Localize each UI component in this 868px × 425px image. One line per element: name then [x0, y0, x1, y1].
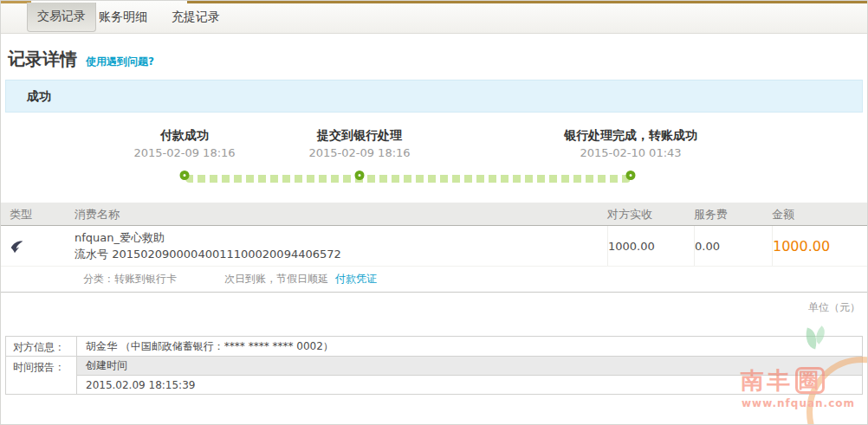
- step-title: 银行处理完成，转账成功: [564, 128, 697, 144]
- tab-bar: 交易记录 账务明细 充提记录: [1, 1, 867, 34]
- header-amount: 金额: [772, 203, 867, 225]
- status-banner: 成功: [5, 80, 863, 113]
- step-title: 提交到银行处理: [308, 128, 410, 144]
- tab-bar-top-stripe: [1, 1, 867, 3]
- timeline-step-bank-completed: 银行处理完成，转账成功 2015-02-10 01:43: [564, 128, 697, 159]
- transfer-type-icon: [1, 238, 74, 254]
- page-heading: 记录详情 使用遇到问题?: [8, 48, 867, 71]
- timeline-chain: [185, 175, 631, 183]
- total-amount: 1000.00: [773, 238, 830, 254]
- timeline-step-submitted-to-bank: 提交到银行处理 2015-02-09 18:16: [308, 128, 410, 159]
- timeline-dot-icon: [626, 171, 636, 180]
- table-row: 时间报告： 创建时间: [6, 357, 863, 376]
- step-time: 2015-02-09 18:16: [308, 146, 410, 159]
- transaction-row: nfquan_爱心救助 流水号 201502090000400111000200…: [1, 226, 867, 266]
- counterparty-label: 对方信息：: [6, 337, 77, 357]
- received-amount: 1000.00: [607, 226, 694, 266]
- transaction-serial: 流水号 20150209000040011100020094406572: [74, 246, 607, 262]
- transaction-name-cell: nfquan_爱心救助 流水号 201502090000400111000200…: [74, 229, 607, 262]
- created-time-label: 创建时间: [77, 357, 863, 376]
- header-fee: 服务费: [694, 203, 772, 225]
- watermark-url: www.nfquan.com: [742, 397, 855, 409]
- status-text: 成功: [27, 89, 51, 103]
- transaction-table-header: 类型 消费名称 对方实收 服务费 金额: [1, 203, 867, 226]
- tab-transaction-records[interactable]: 交易记录: [27, 3, 96, 32]
- timeline-dot-icon: [355, 171, 365, 180]
- header-received: 对方实收: [607, 203, 694, 225]
- details-table: 对方信息： 胡金华 （中国邮政储蓄银行：**** **** **** 0002）…: [5, 336, 863, 395]
- header-name: 消费名称: [74, 203, 607, 225]
- service-fee: 0.00: [694, 226, 772, 266]
- created-time-value: 2015.02.09 18:15:39: [77, 376, 863, 395]
- page-title: 记录详情: [8, 48, 77, 71]
- category-label: 分类：转账到银行卡: [83, 272, 177, 287]
- header-type: 类型: [1, 203, 74, 225]
- time-report-label: 时间报告：: [6, 357, 77, 395]
- transaction-name: nfquan_爱心救助: [74, 229, 607, 246]
- progress-timeline: 付款成功 2015-02-09 18:16 提交到银行处理 2015-02-09…: [1, 113, 867, 203]
- unit-note: 单位（元）: [1, 300, 867, 315]
- table-row: 2015.02.09 18:15:39: [6, 376, 863, 395]
- timeline-dot-icon: [180, 171, 190, 180]
- tab-deposit-withdraw-records[interactable]: 充提记录: [172, 10, 220, 25]
- tab-account-details[interactable]: 账务明细: [99, 10, 147, 25]
- step-time: 2015-02-10 01:43: [564, 146, 697, 159]
- payment-voucher-link[interactable]: 付款凭证: [335, 272, 377, 287]
- help-link[interactable]: 使用遇到问题?: [86, 55, 154, 69]
- timeline-step-payment-success: 付款成功 2015-02-09 18:16: [133, 128, 235, 159]
- transaction-meta-row: 分类：转账到银行卡 次日到账，节假日顺延 付款凭证: [1, 266, 867, 293]
- counterparty-value: 胡金华 （中国邮政储蓄银行：**** **** **** 0002）: [77, 337, 863, 357]
- step-title: 付款成功: [133, 128, 235, 144]
- table-row: 对方信息： 胡金华 （中国邮政储蓄银行：**** **** **** 0002）: [6, 337, 863, 357]
- arrival-note: 次日到账，节假日顺延: [224, 272, 328, 287]
- step-time: 2015-02-09 18:16: [133, 146, 235, 159]
- transaction-detail-page: 交易记录 账务明细 充提记录 记录详情 使用遇到问题? 成功 付款成功 2015…: [0, 0, 868, 425]
